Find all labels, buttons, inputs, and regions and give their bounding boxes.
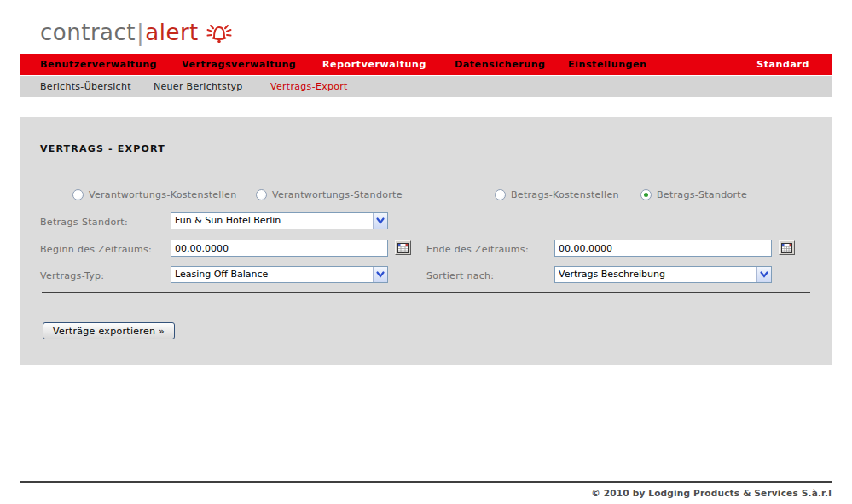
export-vertraege-button[interactable]: Verträge exportieren » [43,322,175,339]
chevron-down-icon[interactable] [373,267,387,282]
app-window: contract | alert Benutzerverwaltung Vert… [0,0,852,504]
bell-alarm-icon [204,20,235,46]
select-value: Fun & Sun Hotel Berlin [175,213,281,229]
calendar-icon[interactable] [395,240,411,255]
nav-item-vertragsverwaltung[interactable]: Vertragsverwaltung [182,54,296,75]
sortiert-nach-label: Sortiert nach: [426,270,494,281]
subnav-item-vertrags-export[interactable]: Vertrags-Export [270,76,348,97]
ende-des-zeitraums-label: Ende des Zeitraums: [426,244,529,255]
form-divider [42,292,810,293]
subnav-item-neuer-berichtstyp[interactable]: Neuer Berichtstyp [154,76,243,97]
betrags-standort-label: Betrags-Standort: [40,217,128,228]
logo-text-contract: contract [40,20,136,45]
main-navbar: Benutzerverwaltung Vertragsverwaltung Re… [20,54,832,75]
betrags-standort-select[interactable]: Fun & Sun Hotel Berlin [171,212,388,229]
chevron-down-icon[interactable] [373,213,387,229]
radio-label: Verantwortungs-Kostenstellen [89,189,236,200]
radio-label: Betrags-Standorte [657,189,747,200]
nav-item-benutzerverwaltung[interactable]: Benutzerverwaltung [40,54,157,75]
logo-text-alert: alert [145,20,199,45]
vertrags-export-panel: VERTRAGS - EXPORT Verantwortungs-Kostens… [20,117,832,365]
footer-divider [20,481,832,483]
radio-verantwortungs-kostenstellen[interactable]: Verantwortungs-Kostenstellen [72,189,236,200]
radio-label: Verantwortungs-Standorte [272,189,403,200]
nav-user-role-standard[interactable]: Standard [756,54,809,75]
radio-unchecked-icon [256,189,267,200]
beginn-des-zeitraums-label: Beginn des Zeitraums: [40,244,152,255]
vertrags-typ-label: Vertrags-Typ: [40,270,104,281]
radio-unchecked-icon [72,189,84,200]
ende-des-zeitraums-input[interactable] [554,240,772,257]
sub-navbar: Berichts-Übersicht Neuer Berichtstyp Ver… [20,76,832,97]
radio-betrags-standorte[interactable]: Betrags-Standorte [640,189,747,200]
chevron-down-icon[interactable] [756,267,771,282]
subnav-item-berichts-uebersicht[interactable]: Berichts-Übersicht [40,76,131,97]
calendar-icon[interactable] [779,240,795,255]
footer-copyright: © 2010 by Lodging Products & Services S.… [591,488,832,498]
radio-betrags-kostenstellen[interactable]: Betrags-Kostenstellen [495,189,619,200]
nav-item-reportverwaltung[interactable]: Reportverwaltung [322,54,426,75]
beginn-des-zeitraums-input[interactable] [171,240,388,257]
logo-separator: | [136,20,145,45]
radio-label: Betrags-Kostenstellen [511,189,619,200]
sortiert-nach-select[interactable]: Vertrags-Beschreibung [554,266,772,283]
select-value: Vertrags-Beschreibung [559,267,665,282]
nav-item-einstellungen[interactable]: Einstellungen [568,54,647,75]
radio-verantwortungs-standorte[interactable]: Verantwortungs-Standorte [256,189,403,200]
app-logo[interactable]: contract | alert [40,19,235,46]
radio-unchecked-icon [495,189,506,200]
page-title: VERTRAGS - EXPORT [40,143,165,154]
radio-checked-icon [640,189,652,200]
nav-item-datensicherung[interactable]: Datensicherung [455,54,546,75]
select-value: Leasing Off Balance [175,267,268,282]
vertrags-typ-select[interactable]: Leasing Off Balance [171,266,388,283]
